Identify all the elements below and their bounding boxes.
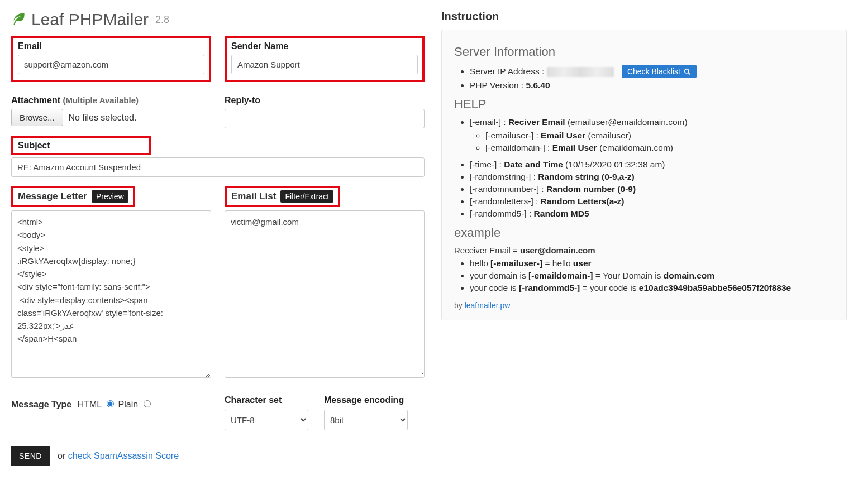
email-block: Email: [11, 36, 211, 82]
preview-button[interactable]: Preview: [92, 190, 128, 203]
by-line: by leafmailer.pw: [454, 301, 834, 310]
help-emaildomain: [-emaildomain-] : Email User (emaildomai…: [485, 143, 834, 153]
spam-score-link[interactable]: check SpamAssassin Score: [68, 451, 179, 460]
encoding-label: Message encoding: [324, 395, 408, 405]
help-randomstring: [-randomstring-] : Random string (0-9,a-…: [470, 172, 834, 182]
help-time: [-time-] : Date and Time (10/15/2020 01:…: [470, 160, 834, 170]
instruction-heading: Instruction: [441, 10, 847, 23]
email-label: Email: [18, 41, 204, 51]
msg-letter-block: Message Letter Preview: [11, 186, 135, 207]
example-3: your code is [-randommd5-] = your code i…: [470, 283, 834, 293]
msg-letter-label: Message Letter: [18, 191, 87, 201]
msg-type-plain-radio[interactable]: [144, 400, 151, 407]
leaf-icon: [11, 11, 27, 28]
email-list-label: Email List: [231, 191, 276, 201]
leafmailer-link[interactable]: leafmailer.pw: [465, 301, 511, 310]
no-files-text: No files selected.: [69, 113, 137, 123]
example-receiver: Receiver Email = user@domain.com: [454, 246, 834, 255]
help-randomnumber: [-randomnumber-] : Random number (0-9): [470, 184, 834, 194]
msg-type-row: Message Type HTML Plain: [11, 399, 211, 410]
check-blacklist-button[interactable]: Check Blacklist: [622, 65, 697, 78]
help-randommd5: [-randommd5-] : Random MD5: [470, 209, 834, 219]
filter-button[interactable]: Filter/Extract: [280, 190, 333, 203]
charset-select[interactable]: UTF-8: [225, 410, 308, 430]
app-version: 2.8: [155, 14, 169, 26]
browse-button[interactable]: Browse...: [11, 109, 63, 126]
subject-label: Subject: [18, 141, 144, 151]
help-emailuser: [-emailuser-] : Email User (emailuser): [485, 131, 834, 141]
sender-input[interactable]: [231, 55, 418, 74]
subject-block: Subject: [11, 136, 151, 155]
replyto-label: Reply-to: [225, 95, 425, 105]
email-list-block: Email List Filter/Extract: [225, 186, 340, 207]
instruction-panel: Server Information Server IP Address : C…: [441, 30, 847, 320]
msg-type-html-radio[interactable]: [107, 400, 114, 407]
help-email: [-email-] : Reciver Email (emailuser@ema…: [470, 117, 834, 153]
sender-block: Sender Name: [225, 36, 425, 82]
php-version-row: PHP Version : 5.6.40: [470, 80, 834, 90]
example-heading: example: [454, 225, 834, 240]
encoding-select[interactable]: 8bit: [324, 410, 408, 430]
attachment-label: Attachment (Multiple Available): [11, 95, 211, 105]
example-1: hello [-emailuser-] = hello user: [470, 258, 834, 268]
charset-label: Character set: [225, 395, 308, 405]
example-2: your domain is [-emaildomain-] = Your Do…: [470, 271, 834, 281]
server-info-heading: Server Information: [454, 45, 834, 59]
server-ip-row: Server IP Address : Check Blacklist: [470, 65, 834, 78]
msg-letter-textarea[interactable]: <html> <body> <style> .iRGkYAeroqfxw{dis…: [11, 210, 211, 378]
server-ip-blur: [547, 67, 614, 77]
send-button[interactable]: SEND: [11, 446, 50, 466]
help-randomletters: [-randomletters-] : Random Letters(a-z): [470, 196, 834, 207]
app-title-row: Leaf PHPMailer 2.8: [11, 10, 425, 29]
email-list-textarea[interactable]: victim@gmail.com: [225, 210, 425, 378]
svg-point-0: [684, 69, 688, 73]
search-icon: [684, 68, 691, 75]
email-input[interactable]: [18, 55, 204, 74]
svg-line-1: [688, 73, 690, 74]
replyto-input[interactable]: [225, 109, 425, 128]
subject-input[interactable]: [11, 157, 425, 177]
help-heading: HELP: [454, 97, 834, 112]
app-title: Leaf PHPMailer: [31, 10, 149, 29]
sender-label: Sender Name: [231, 41, 418, 51]
or-text: or check SpamAssassin Score: [58, 451, 179, 460]
